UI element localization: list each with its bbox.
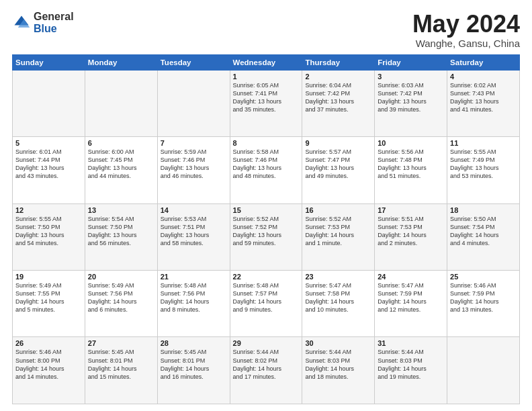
col-friday: Friday — [375, 54, 447, 70]
col-saturday: Saturday — [447, 54, 520, 70]
day-number: 6 — [88, 139, 154, 147]
day-number: 28 — [161, 339, 227, 347]
day-info: Sunrise: 5:53 AM Sunset: 7:51 PM Dayligh… — [161, 215, 227, 248]
logo-icon — [12, 13, 31, 32]
day-info: Sunrise: 6:01 AM Sunset: 7:44 PM Dayligh… — [15, 148, 82, 181]
col-sunday: Sunday — [13, 54, 85, 70]
day-info: Sunrise: 5:52 AM Sunset: 7:52 PM Dayligh… — [233, 215, 300, 248]
table-row: 23Sunrise: 5:47 AM Sunset: 7:58 PM Dayli… — [302, 271, 375, 337]
day-number: 4 — [450, 73, 517, 81]
day-number: 7 — [161, 139, 227, 147]
day-info: Sunrise: 5:50 AM Sunset: 7:54 PM Dayligh… — [450, 215, 517, 248]
table-row: 15Sunrise: 5:52 AM Sunset: 7:52 PM Dayli… — [230, 203, 302, 270]
day-number: 21 — [161, 273, 227, 281]
table-row: 10Sunrise: 5:56 AM Sunset: 7:48 PM Dayli… — [375, 137, 447, 203]
table-row: 13Sunrise: 5:54 AM Sunset: 7:50 PM Dayli… — [85, 203, 157, 270]
day-number: 11 — [450, 139, 517, 147]
table-row — [85, 70, 157, 136]
header: General Blue May 2024 Wanghe, Gansu, Chi… — [12, 11, 520, 49]
table-row: 31Sunrise: 5:44 AM Sunset: 8:03 PM Dayli… — [375, 337, 447, 404]
day-info: Sunrise: 5:48 AM Sunset: 7:56 PM Dayligh… — [161, 281, 227, 314]
table-row: 24Sunrise: 5:47 AM Sunset: 7:59 PM Dayli… — [375, 271, 447, 337]
day-number: 20 — [88, 273, 154, 281]
logo: General Blue — [12, 11, 74, 34]
day-info: Sunrise: 6:03 AM Sunset: 7:42 PM Dayligh… — [378, 81, 444, 114]
table-row: 21Sunrise: 5:48 AM Sunset: 7:56 PM Dayli… — [157, 271, 230, 337]
day-number: 15 — [233, 206, 300, 214]
logo-text: General Blue — [34, 11, 74, 34]
week-row-3: 19Sunrise: 5:49 AM Sunset: 7:55 PM Dayli… — [13, 271, 520, 337]
title-location: Wanghe, Gansu, China — [412, 38, 520, 49]
day-info: Sunrise: 5:44 AM Sunset: 8:03 PM Dayligh… — [305, 348, 371, 381]
day-info: Sunrise: 5:56 AM Sunset: 7:48 PM Dayligh… — [378, 148, 444, 181]
calendar-table: Sunday Monday Tuesday Wednesday Thursday… — [12, 54, 520, 404]
day-info: Sunrise: 5:45 AM Sunset: 8:01 PM Dayligh… — [88, 348, 154, 381]
title-month: May 2024 — [412, 11, 520, 38]
day-number: 9 — [305, 139, 371, 147]
day-info: Sunrise: 5:55 AM Sunset: 7:50 PM Dayligh… — [15, 215, 82, 248]
day-number: 14 — [161, 206, 227, 214]
logo-blue: Blue — [34, 23, 74, 35]
table-row: 8Sunrise: 5:58 AM Sunset: 7:46 PM Daylig… — [230, 137, 302, 203]
week-row-2: 12Sunrise: 5:55 AM Sunset: 7:50 PM Dayli… — [13, 203, 520, 270]
day-number: 24 — [378, 273, 444, 281]
day-number: 1 — [233, 73, 300, 81]
day-info: Sunrise: 5:55 AM Sunset: 7:49 PM Dayligh… — [450, 148, 517, 181]
day-info: Sunrise: 5:47 AM Sunset: 7:58 PM Dayligh… — [305, 281, 371, 314]
table-row: 27Sunrise: 5:45 AM Sunset: 8:01 PM Dayli… — [85, 337, 157, 404]
day-number: 19 — [15, 273, 82, 281]
col-thursday: Thursday — [302, 54, 375, 70]
table-row: 30Sunrise: 5:44 AM Sunset: 8:03 PM Dayli… — [302, 337, 375, 404]
table-row: 26Sunrise: 5:46 AM Sunset: 8:00 PM Dayli… — [13, 337, 85, 404]
day-info: Sunrise: 5:54 AM Sunset: 7:50 PM Dayligh… — [88, 215, 154, 248]
table-row: 28Sunrise: 5:45 AM Sunset: 8:01 PM Dayli… — [157, 337, 230, 404]
day-info: Sunrise: 5:58 AM Sunset: 7:46 PM Dayligh… — [233, 148, 300, 181]
logo-general: General — [34, 11, 74, 23]
day-number: 25 — [450, 273, 517, 281]
title-block: May 2024 Wanghe, Gansu, China — [412, 11, 520, 49]
col-wednesday: Wednesday — [230, 54, 302, 70]
day-info: Sunrise: 5:45 AM Sunset: 8:01 PM Dayligh… — [161, 348, 227, 381]
table-row: 4Sunrise: 6:02 AM Sunset: 7:43 PM Daylig… — [447, 70, 520, 136]
table-row — [447, 337, 520, 404]
day-number: 30 — [305, 339, 371, 347]
day-number: 23 — [305, 273, 371, 281]
day-number: 18 — [450, 206, 517, 214]
table-row: 2Sunrise: 6:04 AM Sunset: 7:42 PM Daylig… — [302, 70, 375, 136]
day-info: Sunrise: 6:02 AM Sunset: 7:43 PM Dayligh… — [450, 81, 517, 114]
day-number: 16 — [305, 206, 371, 214]
table-row: 5Sunrise: 6:01 AM Sunset: 7:44 PM Daylig… — [13, 137, 85, 203]
day-number: 8 — [233, 139, 300, 147]
table-row: 22Sunrise: 5:48 AM Sunset: 7:57 PM Dayli… — [230, 271, 302, 337]
day-info: Sunrise: 6:00 AM Sunset: 7:45 PM Dayligh… — [88, 148, 154, 181]
week-row-4: 26Sunrise: 5:46 AM Sunset: 8:00 PM Dayli… — [13, 337, 520, 404]
day-number: 26 — [15, 339, 82, 347]
day-info: Sunrise: 5:48 AM Sunset: 7:57 PM Dayligh… — [233, 281, 300, 314]
day-number: 27 — [88, 339, 154, 347]
table-row: 1Sunrise: 6:05 AM Sunset: 7:41 PM Daylig… — [230, 70, 302, 136]
day-number: 29 — [233, 339, 300, 347]
day-number: 22 — [233, 273, 300, 281]
day-info: Sunrise: 5:44 AM Sunset: 8:03 PM Dayligh… — [378, 348, 444, 381]
day-info: Sunrise: 5:44 AM Sunset: 8:02 PM Dayligh… — [233, 348, 300, 381]
day-info: Sunrise: 5:51 AM Sunset: 7:53 PM Dayligh… — [378, 215, 444, 248]
table-row — [157, 70, 230, 136]
table-row: 9Sunrise: 5:57 AM Sunset: 7:47 PM Daylig… — [302, 137, 375, 203]
day-number: 17 — [378, 206, 444, 214]
table-row: 3Sunrise: 6:03 AM Sunset: 7:42 PM Daylig… — [375, 70, 447, 136]
day-number: 13 — [88, 206, 154, 214]
day-number: 31 — [378, 339, 444, 347]
table-row: 20Sunrise: 5:49 AM Sunset: 7:56 PM Dayli… — [85, 271, 157, 337]
table-row: 19Sunrise: 5:49 AM Sunset: 7:55 PM Dayli… — [13, 271, 85, 337]
day-number: 5 — [15, 139, 82, 147]
col-tuesday: Tuesday — [157, 54, 230, 70]
day-number: 3 — [378, 73, 444, 81]
table-row: 16Sunrise: 5:52 AM Sunset: 7:53 PM Dayli… — [302, 203, 375, 270]
day-info: Sunrise: 5:46 AM Sunset: 7:59 PM Dayligh… — [450, 281, 517, 314]
table-row: 7Sunrise: 5:59 AM Sunset: 7:46 PM Daylig… — [157, 137, 230, 203]
day-number: 12 — [15, 206, 82, 214]
day-info: Sunrise: 5:57 AM Sunset: 7:47 PM Dayligh… — [305, 148, 371, 181]
day-info: Sunrise: 5:49 AM Sunset: 7:56 PM Dayligh… — [88, 281, 154, 314]
header-row: Sunday Monday Tuesday Wednesday Thursday… — [13, 54, 520, 70]
day-info: Sunrise: 5:46 AM Sunset: 8:00 PM Dayligh… — [15, 348, 82, 381]
